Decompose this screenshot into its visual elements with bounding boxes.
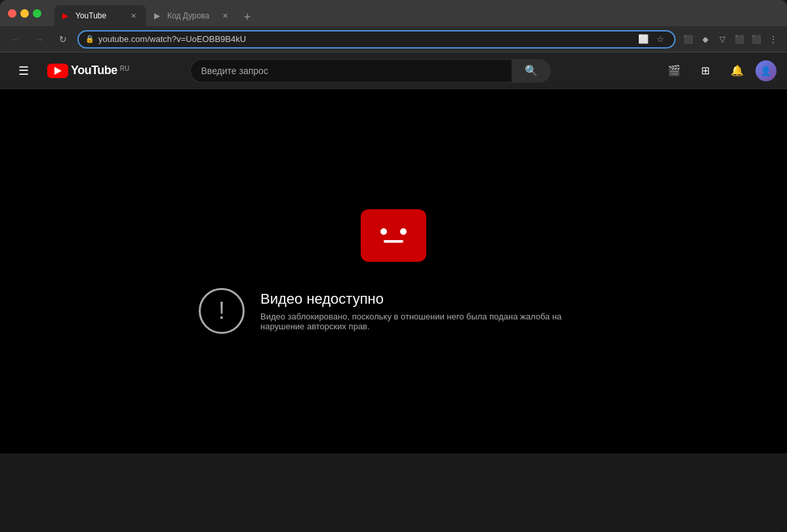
tab-durov-close[interactable]: ✕: [220, 10, 230, 21]
ext-icon-2[interactable]: ◆: [698, 32, 712, 47]
window-controls: [8, 9, 41, 18]
ext-icon-3[interactable]: ▽: [715, 32, 729, 47]
search-input[interactable]: [190, 59, 512, 83]
youtube-logo[interactable]: YouTube RU: [47, 64, 129, 78]
video-camera-icon: 🎬: [668, 64, 681, 77]
youtube-favicon: ▶: [62, 11, 71, 20]
error-title: Видео недоступно: [260, 291, 588, 308]
user-avatar[interactable]: 👤: [756, 60, 777, 81]
sad-face-right-eye: [400, 228, 407, 235]
sad-face-icon: [361, 209, 426, 262]
tab-youtube-title: YouTube: [75, 11, 124, 20]
youtube-logo-suffix: RU: [120, 65, 129, 72]
browser-actions: ⬛ ◆ ▽ ⬛ ⬛ ⋮: [681, 32, 780, 47]
address-input-wrapper[interactable]: 🔒 youtube.com/watch?v=UoEOBB9B4kU ⬜ ☆: [77, 30, 676, 49]
bell-icon: 🔔: [731, 64, 744, 77]
browser-window: ▶ YouTube ✕ ▶ Код Дурова ✕ + ← → ↻ 🔒 you…: [0, 0, 787, 532]
tab-durov-title: Код Дурова: [167, 11, 216, 20]
refresh-button[interactable]: ↻: [54, 30, 72, 49]
hamburger-icon: ☰: [18, 64, 29, 78]
back-button[interactable]: ←: [7, 30, 25, 49]
avatar-icon: 👤: [760, 66, 771, 76]
tab-durov[interactable]: ▶ Код Дурова ✕: [146, 5, 238, 26]
ext-icon-4[interactable]: ⬛: [732, 32, 746, 47]
cast-icon[interactable]: ⬜: [636, 32, 651, 47]
bookmark-icon[interactable]: ☆: [653, 32, 668, 47]
sad-face-eyes: [380, 228, 407, 235]
ext-icon-5[interactable]: ⬛: [749, 32, 763, 47]
forward-button[interactable]: →: [30, 30, 49, 49]
maximize-button[interactable]: [33, 9, 41, 18]
title-bar: ▶ YouTube ✕ ▶ Код Дурова ✕ +: [0, 0, 787, 26]
apps-button[interactable]: ⊞: [693, 58, 719, 84]
address-icons: ⬜ ☆: [636, 32, 668, 47]
video-player: ! Видео недоступно Видео заблокировано, …: [0, 89, 787, 453]
search-button[interactable]: 🔍: [512, 59, 551, 83]
ext-icon-1[interactable]: ⬛: [681, 32, 695, 47]
durov-favicon: ▶: [154, 11, 163, 20]
youtube-logo-text: YouTube: [71, 64, 117, 77]
youtube-header: ☰ YouTube RU 🔍 🎬 ⊞ 🔔 👤: [0, 52, 787, 89]
tabs-container: ▶ YouTube ✕ ▶ Код Дурова ✕ +: [54, 0, 779, 26]
error-description: Видео заблокировано, поскольку в отношен…: [260, 312, 588, 331]
tab-youtube-close[interactable]: ✕: [128, 10, 138, 21]
error-message-container: ! Видео недоступно Видео заблокировано, …: [199, 288, 588, 334]
error-content: ! Видео недоступно Видео заблокировано, …: [199, 209, 588, 334]
search-wrapper: 🔍: [190, 59, 551, 83]
tab-youtube[interactable]: ▶ YouTube ✕: [54, 5, 146, 26]
menu-button[interactable]: ☰: [10, 58, 37, 84]
content-area: ! Видео недоступно Видео заблокировано, …: [0, 89, 787, 532]
apps-icon: ⊞: [701, 64, 710, 77]
create-video-button[interactable]: 🎬: [661, 58, 687, 84]
lock-icon: 🔒: [85, 35, 94, 43]
address-text: youtube.com/watch?v=UoEOBB9B4kU: [98, 34, 632, 44]
error-text-block: Видео недоступно Видео заблокировано, по…: [260, 291, 588, 331]
sad-face-left-eye: [380, 228, 387, 235]
youtube-logo-icon: [47, 64, 68, 78]
header-actions: 🎬 ⊞ 🔔 👤: [661, 58, 777, 84]
address-bar: ← → ↻ 🔒 youtube.com/watch?v=UoEOBB9B4kU …: [0, 26, 787, 52]
exclamation-icon: !: [199, 288, 245, 334]
more-options-icon[interactable]: ⋮: [766, 32, 780, 47]
close-button[interactable]: [8, 9, 16, 18]
new-tab-button[interactable]: +: [238, 8, 256, 26]
bottom-area: [0, 453, 787, 532]
sad-face-mouth: [384, 240, 403, 243]
search-icon: 🔍: [525, 64, 538, 77]
exclamation-mark: !: [218, 297, 225, 325]
notifications-button[interactable]: 🔔: [724, 58, 750, 84]
minimize-button[interactable]: [20, 9, 29, 18]
